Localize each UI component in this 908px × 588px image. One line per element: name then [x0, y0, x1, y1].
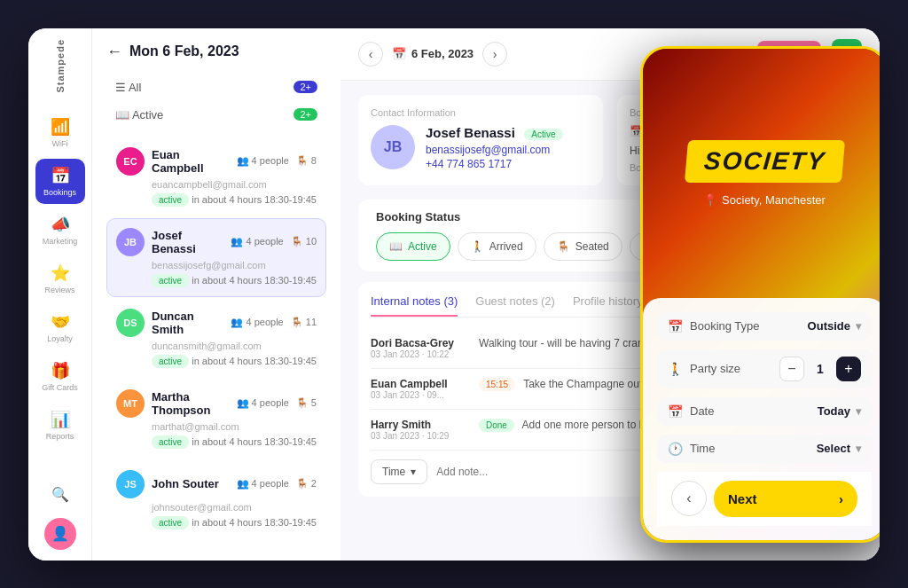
sidebar-item-wifi[interactable]: 📶 WiFi [35, 110, 85, 155]
guest-name: Josef Benassi [426, 125, 515, 140]
booking-meta: 👥 4 people 🪑 8 [237, 155, 317, 167]
tab-profile-history[interactable]: Profile history [573, 294, 643, 317]
active-label: Active [408, 240, 437, 253]
mobile-back-button[interactable]: ‹ [671, 481, 707, 516]
user-avatar-btn[interactable]: 👤 [44, 518, 76, 550]
tab-guest-notes[interactable]: Guest notes (2) [475, 294, 555, 317]
loyalty-icon: 🤝 [51, 312, 70, 332]
sidebar-item-marketing[interactable]: 📣 Marketing [35, 208, 85, 253]
mobile-content: SOCIETY 📍 Society, Manchester 📅 Booking … [643, 49, 880, 540]
booking-type-icon: 📅 [668, 319, 683, 333]
guest-avatar: JB [371, 125, 415, 169]
booking-name: Duncan Smith [152, 310, 223, 336]
date-label: 📅 Date [668, 404, 714, 419]
list-item[interactable]: EC Euan Campbell 👥 4 people 🪑 8 euancamp… [106, 137, 326, 216]
gift-label: Gift Cards [42, 383, 78, 392]
list-item[interactable]: JB Josef Benassi 👥 4 people 🪑 10 benassi… [106, 218, 326, 297]
filter-all[interactable]: ☰ All 2+ [106, 75, 326, 99]
booking-email: johnsouter@gmail.com [152, 502, 317, 513]
booking-list: EC Euan Campbell 👥 4 people 🪑 8 euancamp… [106, 137, 326, 546]
sidebar-item-gift-cards[interactable]: 🎁 Gift Cards [35, 354, 85, 399]
status-btn-seated[interactable]: 🪑 Seated [544, 232, 622, 261]
booking-name: Martha Thompson [152, 390, 230, 417]
sidebar-item-reviews[interactable]: ⭐ Reviews [35, 256, 85, 302]
loyalty-label: Loyalty [47, 334, 73, 343]
booking-meta: 👥 4 people 🪑 5 [237, 397, 317, 409]
list-item[interactable]: DS Duncan Smith 👥 4 people 🪑 11 duncansm… [106, 299, 326, 378]
booking-meta: 👥 4 people 🪑 11 [231, 317, 317, 328]
note-date: 03 Jan 2023 · 10:22 [371, 349, 468, 359]
mobile-form-section: 📅 Booking Type Outside ▾ 🚶 Party size [643, 298, 880, 540]
seated-icon: 🪑 [557, 240, 570, 253]
search-icon-btn[interactable]: 🔍 [44, 479, 76, 511]
status-btn-active[interactable]: 📖 Active [376, 232, 450, 261]
chevron-down-icon: ▾ [411, 466, 416, 478]
people-icon: 👥 4 people [237, 478, 289, 490]
status-badge: active [152, 193, 189, 207]
next-button[interactable]: Next › [714, 481, 857, 517]
time-slot: 18:30-19:45 [264, 356, 317, 366]
header-date: 6 Feb, 2023 [411, 47, 474, 60]
avatar: JB [116, 228, 145, 256]
party-size-value: 1 [811, 362, 829, 376]
wifi-label: WiFi [52, 139, 68, 148]
note-date: 03 Jan 2023 · 10:29 [371, 431, 468, 441]
guest-info: Josef Benassi Active benassijosefg@gmail… [426, 125, 563, 170]
people-icon: 👥 4 people [231, 317, 283, 328]
filter-active[interactable]: 📖 Active 2+ [106, 103, 326, 127]
booking-name: Josef Benassi [152, 229, 223, 255]
chevron-right-icon: › [839, 491, 843, 506]
chevron-down-icon: ▾ [856, 443, 861, 455]
table-icon: 🪑 8 [296, 155, 317, 167]
mobile-overlay: SOCIETY 📍 Society, Manchester 📅 Booking … [640, 46, 880, 543]
wifi-icon: 📶 [51, 117, 70, 137]
time-slot: 18:30-19:45 [264, 517, 317, 528]
note-author-section: Harry Smith 03 Jan 2023 · 10:29 [371, 419, 468, 441]
back-button[interactable]: ← [106, 43, 122, 61]
people-icon: 👥 4 people [237, 397, 289, 409]
booking-time: in about 4 hours [192, 194, 262, 205]
note-badge-time: 15:15 [479, 378, 515, 391]
reviews-label: Reviews [44, 286, 74, 294]
sidebar-item-bookings[interactable]: 📅 Bookings [35, 159, 85, 204]
booking-type-row[interactable]: 📅 Booking Type Outside ▾ [657, 312, 872, 341]
sidebar-item-reports[interactable]: 📊 Reports [35, 403, 85, 448]
society-logo-section: SOCIETY 📍 Society, Manchester [643, 49, 880, 298]
next-label: Next [728, 491, 757, 506]
chevron-down-icon: ▾ [856, 405, 861, 418]
party-decrease-button[interactable]: − [779, 357, 804, 381]
arrived-icon: 🚶 [471, 240, 484, 253]
note-date: 03 Jan 2023 · 09... [371, 390, 468, 400]
list-item[interactable]: JS John Souter 👥 4 people 🪑 2 johnsouter… [106, 460, 326, 539]
booking-meta: 👥 4 people 🪑 2 [237, 478, 317, 490]
sidebar-date: Mon 6 Feb, 2023 [129, 43, 239, 59]
time-select[interactable]: Time ▾ [371, 459, 427, 484]
avatar: EC [116, 147, 145, 176]
society-location: 📍 Society, Manchester [703, 193, 826, 207]
list-item[interactable]: SJ Sally Jones 👥 4 people 🪑 1 sallyjones… [106, 541, 326, 546]
arrived-label: Arrived [489, 240, 523, 253]
date-row[interactable]: 📅 Date Today ▾ [657, 397, 872, 426]
note-author-section: Euan Campbell 03 Jan 2023 · 09... [371, 378, 468, 400]
chevron-down-icon: ▾ [856, 320, 861, 333]
booking-time: in about 4 hours [192, 356, 262, 366]
tab-internal-notes[interactable]: Internal notes (3) [371, 294, 458, 317]
list-item[interactable]: MT Martha Thompson 👥 4 people 🪑 5 martha… [106, 380, 326, 459]
party-increase-button[interactable]: + [836, 357, 861, 381]
contact-info-card: Contact Information JB Josef Benassi Act… [358, 95, 603, 185]
date-prev-button[interactable]: ‹ [358, 42, 383, 67]
society-logo-text: SOCIETY [702, 147, 826, 175]
booking-email: benassijosefg@gmail.com [152, 260, 317, 270]
sidebar-item-loyalty[interactable]: 🤝 Loyalty [35, 305, 85, 350]
date-next-button[interactable]: › [482, 42, 507, 67]
booking-type-value: Outside ▾ [808, 319, 861, 333]
status-btn-arrived[interactable]: 🚶 Arrived [458, 232, 536, 261]
time-slot: 18:30-19:45 [264, 194, 317, 205]
sidebar: ← Mon 6 Feb, 2023 ☰ All 2+ 📖 Active 2+ E… [92, 28, 340, 561]
time-row[interactable]: 🕐 Time Select ▾ [657, 435, 872, 463]
party-size-row: 🚶 Party size − 1 + [657, 349, 872, 388]
table-icon: 🪑 10 [291, 236, 317, 247]
avatar: DS [116, 309, 145, 337]
reviews-icon: ⭐ [51, 263, 70, 283]
reports-icon: 📊 [51, 410, 70, 429]
